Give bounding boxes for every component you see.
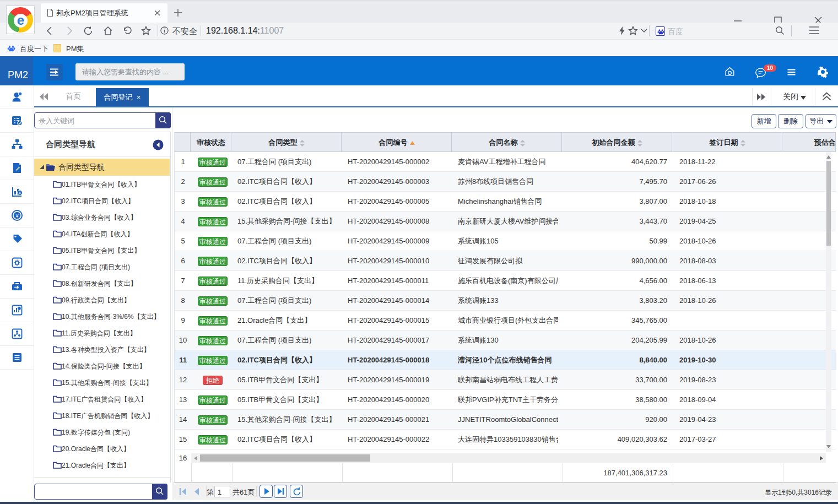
svg-text:¥: ¥ bbox=[19, 191, 21, 195]
svg-text:¥: ¥ bbox=[15, 213, 19, 219]
